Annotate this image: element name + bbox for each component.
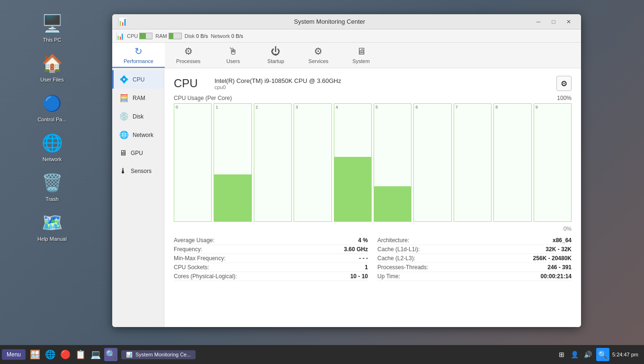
taskbar-volume-icon[interactable]: 🔊: [583, 349, 593, 360]
network-desktop-label: Network: [43, 156, 62, 162]
processes-tab-icon: ⚙: [184, 46, 193, 57]
startup-tab-label: Startup: [268, 58, 284, 64]
cpu-header: CPU Intel(R) Core(TM) i9-10850K CPU @ 3.…: [174, 76, 572, 91]
stat-sockets: CPU Sockets: 1: [174, 263, 368, 272]
users-tab-label: Users: [226, 58, 240, 64]
taskbar-user-icon[interactable]: 👤: [570, 349, 580, 360]
taskbar-dual-screen-icon[interactable]: ⊞: [556, 349, 567, 360]
taskbar-right: ⊞ 👤 🔊 🔍 5:24:47 pm: [556, 348, 642, 361]
taskbar-terminal-icon[interactable]: 💻: [89, 348, 102, 361]
disk-sidebar-label: Disk: [133, 113, 143, 120]
core-fill-5: [374, 186, 411, 221]
desktop-icon-trash[interactable]: 🗑️ Trash: [31, 169, 73, 205]
control-panel-icon: 🔵: [41, 92, 63, 115]
tab-processes[interactable]: ⚙ Processes: [165, 43, 212, 68]
tab-performance[interactable]: ↻ Performance: [112, 43, 165, 68]
core-bars: 0 1 2 3 4: [174, 103, 572, 222]
stat-cache-l1: Cache (L1d-L1i): 32K - 32K: [377, 245, 572, 254]
core-fill-1: [214, 174, 251, 221]
network-sidebar-icon: 🌐: [119, 130, 129, 139]
core-bar-1: 1: [214, 103, 251, 222]
stat-frequency: Frequency: 3.60 GHz: [174, 245, 368, 254]
desktop-icons: 🖥️ This PC 🏠 User Files 🔵 Control Pa... …: [0, 0, 104, 341]
taskbar-browser-icon[interactable]: 🌐: [44, 348, 57, 361]
desktop-icon-control-panel[interactable]: 🔵 Control Pa...: [31, 89, 73, 125]
taskbar-search-button[interactable]: 🔍: [596, 348, 609, 361]
taskbar-app-icon: 📊: [126, 352, 133, 358]
core-bar-0: 0: [174, 103, 212, 222]
ram-sidebar-label: RAM: [133, 95, 145, 101]
tab-startup[interactable]: ⏻ Startup: [254, 43, 297, 68]
stat-avg-usage: Average Usage: 4 %: [174, 236, 368, 245]
disk-sidebar-icon: 💿: [119, 112, 129, 121]
this-pc-icon: 🖥️: [41, 12, 63, 35]
main-tabs: ↻ Performance ⚙ Processes 🖱 Users ⏻ Star…: [112, 43, 581, 68]
sensors-sidebar-label: Sensors: [131, 168, 152, 174]
taskbar-red-icon[interactable]: 🔴: [59, 348, 72, 361]
tab-users[interactable]: 🖱 Users: [212, 43, 254, 68]
network-desktop-icon: 🌐: [41, 132, 63, 155]
taskbar-search-icon[interactable]: 🔍: [104, 348, 117, 361]
gpu-sidebar-icon: 🖥: [119, 149, 127, 157]
monitor-icon: 📊: [116, 32, 124, 40]
cpu-id: cpu0: [215, 84, 341, 90]
taskbar-files-icon[interactable]: 🪟: [28, 348, 42, 361]
stat-min-max-freq: Min-Max Frequency: - - -: [174, 254, 368, 263]
stat-architecture: Architecture: x86_64: [377, 236, 572, 245]
cpu-max-pct: 100%: [557, 95, 572, 101]
services-tab-label: Services: [308, 58, 328, 64]
performance-tab-icon: ↻: [134, 46, 143, 57]
stat-cache-l2l3: Cache (L2-L3): 256K - 20480K: [377, 254, 572, 263]
taskbar-clipboard-icon[interactable]: 📋: [74, 348, 87, 361]
core-bar-4: 4: [334, 103, 372, 222]
network-sidebar-label: Network: [133, 132, 153, 138]
cpu-section-title: CPU: [174, 77, 207, 90]
sidebar-item-ram[interactable]: 🧮 RAM: [112, 89, 164, 107]
control-panel-label: Control Pa...: [37, 117, 66, 122]
mini-ram-label: RAM: [155, 33, 167, 39]
sidebar-item-cpu[interactable]: 💠 CPU: [112, 70, 164, 89]
startup-tab-icon: ⏻: [271, 46, 280, 57]
desktop-icon-user-files[interactable]: 🏠 User Files: [31, 49, 73, 85]
cpu-settings-button[interactable]: ⚙: [556, 76, 572, 91]
sidebar-item-gpu[interactable]: 🖥 GPU: [112, 144, 164, 162]
processes-tab-label: Processes: [176, 58, 200, 64]
maximize-button[interactable]: □: [547, 17, 560, 27]
core-bar-8: 8: [493, 103, 531, 222]
system-tab-label: System: [352, 58, 370, 64]
mini-cpu-label: CPU: [127, 33, 138, 39]
user-files-icon: 🏠: [41, 52, 63, 75]
stat-uptime: Up Time: 00:00:21:14: [377, 272, 572, 281]
stat-cores: Cores (Physical-Logical): 10 - 10: [174, 272, 368, 281]
desktop-icon-network[interactable]: 🌐 Network: [31, 129, 73, 165]
taskbar-time: 5:24:47 pm: [612, 352, 638, 357]
trash-label: Trash: [45, 196, 59, 202]
tab-system[interactable]: 🖥 System: [340, 43, 383, 68]
taskbar-app-sysmon[interactable]: 📊 System Monitoring Ce...: [121, 350, 196, 359]
sidebar-item-network[interactable]: 🌐 Network: [112, 126, 164, 144]
taskbar-menu-button[interactable]: Menu: [2, 349, 26, 360]
close-button[interactable]: ✕: [562, 17, 575, 27]
core-fill-4: [334, 157, 371, 221]
users-tab-icon: 🖱: [228, 46, 238, 57]
desktop-icon-help-manual[interactable]: 🗺️ Help Manual: [31, 209, 73, 245]
help-manual-icon: 🗺️: [41, 211, 63, 234]
cpu-stats-grid: Average Usage: 4 % Frequency: 3.60 GHz M…: [174, 236, 572, 281]
stats-right-col: Architecture: x86_64 Cache (L1d-L1i): 32…: [377, 236, 572, 281]
gpu-sidebar-label: GPU: [131, 150, 143, 156]
cpu-min-pct: 0%: [174, 226, 572, 232]
sidebar-item-disk[interactable]: 💿 Disk: [112, 107, 164, 126]
mini-disk-label: Disk: [185, 33, 195, 39]
desktop-icon-this-pc[interactable]: 🖥️ This PC: [31, 9, 73, 46]
ram-sidebar-icon: 🧮: [119, 93, 129, 102]
mini-taskbar: 📊 CPU RAM Disk 0 B/s Network 0 B/s: [112, 29, 581, 43]
minimize-button[interactable]: ─: [532, 17, 545, 27]
content-area: CPU Intel(R) Core(TM) i9-10850K CPU @ 3.…: [164, 68, 581, 327]
window-title: System Monitoring Center: [127, 18, 532, 25]
window-controls: ─ □ ✕: [532, 17, 575, 27]
sidebar-item-sensors[interactable]: 🌡 Sensors: [112, 162, 164, 180]
system-monitor-window: 📊 System Monitoring Center ─ □ ✕ 📊 CPU R…: [112, 14, 581, 327]
usage-label-row: CPU Usage (Per Core) 100%: [174, 95, 572, 101]
core-bar-7: 7: [454, 103, 492, 222]
tab-services[interactable]: ⚙ Services: [297, 43, 340, 68]
